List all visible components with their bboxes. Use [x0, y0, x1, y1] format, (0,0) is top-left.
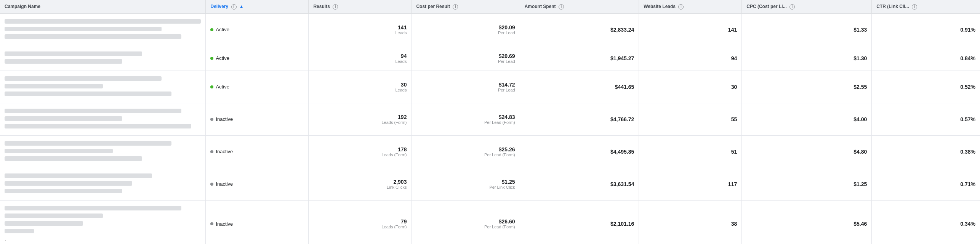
results-cell: 141Leads [309, 13, 412, 46]
table-header-row: Campaign Name Delivery i ▲ Results i Cos… [0, 0, 980, 13]
amount-spent-cell: $1,945.27 [520, 46, 639, 71]
results-value: 141 [313, 24, 407, 30]
table-row: Active141Leads$20.09Per Lead$2,833.24141… [0, 13, 980, 46]
amount-spent-cell: $2,833.24 [520, 13, 639, 46]
campaigns-table: Campaign Name Delivery i ▲ Results i Cos… [0, 0, 980, 244]
cost-value: $25.26 [416, 146, 515, 152]
cost-value: $20.69 [416, 53, 515, 59]
cpc-info-icon[interactable]: i [789, 4, 795, 10]
cost-type: Per Lead (Form) [416, 225, 515, 229]
results-cell: 94Leads [309, 46, 412, 71]
delivery-cell: Inactive [206, 103, 309, 135]
delivery-header[interactable]: Delivery i ▲ [206, 0, 309, 13]
campaign-name-cell[interactable] [0, 135, 206, 168]
delivery-cell: Active [206, 71, 309, 103]
cost-per-result-cell: $24.83Per Lead (Form) [412, 103, 520, 135]
results-type: Link Clicks [313, 185, 407, 189]
delivery-cell: Inactive [206, 200, 309, 244]
results-cell: 178Leads (Form) [309, 135, 412, 168]
campaign-name-cell[interactable] [0, 103, 206, 135]
amount-spent-cell: $4,766.72 [520, 103, 639, 135]
cost-type: Per Lead [416, 30, 515, 35]
table-row: .Inactive79Leads (Form)$26.60Per Lead (F… [0, 200, 980, 244]
cpc-cell: $5.46 [742, 200, 872, 244]
results-label: Results [313, 4, 330, 9]
table-row: Inactive178Leads (Form)$25.26Per Lead (F… [0, 135, 980, 168]
delivery-cell: Inactive [206, 168, 309, 200]
results-value: 30 [313, 82, 407, 88]
amount-spent-header[interactable]: Amount Spent i [520, 0, 639, 13]
campaign-name-cell[interactable] [0, 71, 206, 103]
results-type: Leads (Form) [313, 225, 407, 229]
table-row: Inactive2,903Link Clicks$1.25Per Link Cl… [0, 168, 980, 200]
results-type: Leads (Form) [313, 152, 407, 157]
results-value: 2,903 [313, 179, 407, 185]
results-cell: 30Leads [309, 71, 412, 103]
amount-spent-label: Amount Spent [525, 4, 556, 9]
amount-spent-cell: $3,631.54 [520, 168, 639, 200]
ctr-header[interactable]: CTR (Link Cli... i [872, 0, 980, 13]
ctr-cell: 0.52% [872, 71, 980, 103]
ctr-label: CTR (Link Cli... [876, 4, 909, 9]
ctr-cell: 0.34% [872, 200, 980, 244]
cost-per-result-header[interactable]: Cost per Result i [412, 0, 520, 13]
cost-per-result-cell: $25.26Per Lead (Form) [412, 135, 520, 168]
campaign-name-cell[interactable]: . [0, 200, 206, 244]
results-header[interactable]: Results i [309, 0, 412, 13]
results-value: 178 [313, 146, 407, 152]
amount-spent-cell: $2,101.16 [520, 200, 639, 244]
cost-value: $14.72 [416, 82, 515, 88]
campaign-name-header[interactable]: Campaign Name [0, 0, 206, 13]
results-info-icon[interactable]: i [333, 4, 338, 10]
status-label: Active [216, 55, 229, 61]
status-dot-inactive [210, 118, 213, 121]
delivery-cell: Inactive [206, 135, 309, 168]
website-leads-cell: 51 [639, 135, 742, 168]
status-dot-active [210, 57, 213, 60]
results-value: 94 [313, 53, 407, 59]
cost-type: Per Link Click [416, 185, 515, 189]
amount-spent-cell: $4,495.85 [520, 135, 639, 168]
delivery-label: Delivery [210, 4, 228, 9]
cost-per-result-cell: $20.69Per Lead [412, 46, 520, 71]
amount-spent-info-icon[interactable]: i [559, 4, 564, 10]
cpc-cell: $4.00 [742, 103, 872, 135]
cost-per-result-cell: $26.60Per Lead (Form) [412, 200, 520, 244]
website-leads-cell: 38 [639, 200, 742, 244]
website-leads-header[interactable]: Website Leads i [639, 0, 742, 13]
cost-per-result-cell: $14.72Per Lead [412, 71, 520, 103]
ctr-cell: 0.71% [872, 168, 980, 200]
campaign-name-cell[interactable] [0, 13, 206, 46]
campaign-name-cell[interactable] [0, 46, 206, 71]
sort-arrow-icon: ▲ [239, 4, 244, 9]
results-type: Leads (Form) [313, 120, 407, 125]
cpc-cell: $1.30 [742, 46, 872, 71]
results-value: 192 [313, 114, 407, 120]
status-label: Inactive [216, 181, 233, 187]
ctr-info-icon[interactable]: i [912, 4, 917, 10]
status-dot-active [210, 85, 213, 88]
delivery-info-icon[interactable]: i [231, 4, 237, 10]
website-leads-info-icon[interactable]: i [678, 4, 684, 10]
cost-per-result-info-icon[interactable]: i [453, 4, 458, 10]
results-type: Leads [313, 88, 407, 92]
status-label: Active [216, 27, 229, 32]
website-leads-cell: 30 [639, 71, 742, 103]
cost-type: Per Lead (Form) [416, 120, 515, 125]
cpc-cell: $4.80 [742, 135, 872, 168]
website-leads-cell: 94 [639, 46, 742, 71]
ctr-cell: 0.84% [872, 46, 980, 71]
table-row: Active30Leads$14.72Per Lead$441.6530$2.5… [0, 71, 980, 103]
website-leads-label: Website Leads [644, 4, 676, 9]
results-cell: 2,903Link Clicks [309, 168, 412, 200]
cost-type: Per Lead [416, 88, 515, 92]
table-row: Active94Leads$20.69Per Lead$1,945.2794$1… [0, 46, 980, 71]
cpc-header[interactable]: CPC (Cost per Li... i [742, 0, 872, 13]
ctr-cell: 0.91% [872, 13, 980, 46]
cpc-cell: $1.25 [742, 168, 872, 200]
campaign-name-cell[interactable] [0, 168, 206, 200]
ctr-cell: 0.38% [872, 135, 980, 168]
website-leads-cell: 55 [639, 103, 742, 135]
results-cell: 79Leads (Form) [309, 200, 412, 244]
status-label: Inactive [216, 149, 233, 154]
